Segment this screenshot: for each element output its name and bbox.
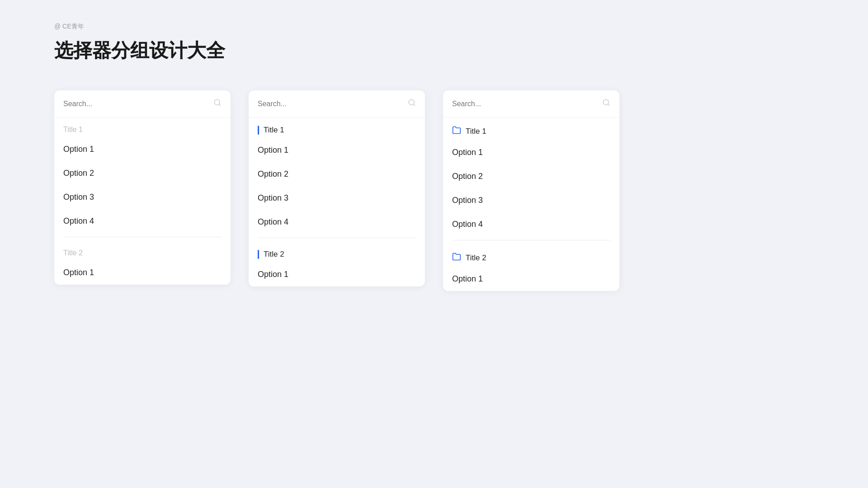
search-input-1[interactable]	[63, 100, 213, 108]
option-item-1-1-1[interactable]: Option 1	[54, 137, 231, 161]
option-item-3-2-1[interactable]: Option 1	[443, 267, 619, 291]
cards-row: Title 1Option 1Option 2Option 3Option 4T…	[54, 90, 814, 291]
group-title-2-1: Title 1	[249, 117, 425, 138]
group-title-1-2: Title 2	[54, 241, 231, 261]
option-item-2-2-1[interactable]: Option 1	[249, 263, 425, 286]
search-bar-2	[249, 90, 425, 117]
page-wrapper: @ CE青年 选择器分组设计大全 Title 1Option 1Option 2…	[0, 0, 868, 314]
option-item-1-2-1[interactable]: Option 1	[54, 261, 231, 285]
group-divider	[258, 238, 416, 238]
search-icon	[602, 99, 610, 109]
search-input-3[interactable]	[452, 100, 602, 108]
group-title-3-1: Title 1	[443, 117, 619, 141]
search-icon	[408, 99, 416, 109]
option-item-2-1-4[interactable]: Option 4	[249, 210, 425, 234]
group-title-2-2: Title 2	[249, 242, 425, 263]
group-divider	[452, 240, 610, 240]
svg-line-3	[413, 104, 415, 105]
group-title-3-2: Title 2	[443, 244, 619, 267]
search-bar-3	[443, 90, 619, 117]
group-title-1-1: Title 1	[54, 117, 231, 137]
folder-icon	[452, 252, 461, 263]
option-item-2-1-2[interactable]: Option 2	[249, 162, 425, 186]
search-bar-1	[54, 90, 231, 117]
option-item-2-1-3[interactable]: Option 3	[249, 186, 425, 210]
group-divider	[63, 237, 222, 237]
option-item-3-1-3[interactable]: Option 3	[443, 188, 619, 212]
svg-line-1	[219, 104, 220, 105]
page-title: 选择器分组设计大全	[54, 38, 814, 63]
svg-line-5	[608, 104, 609, 105]
search-icon	[213, 99, 222, 109]
option-item-1-1-2[interactable]: Option 2	[54, 161, 231, 185]
option-item-1-1-3[interactable]: Option 3	[54, 185, 231, 209]
folder-icon	[452, 126, 461, 137]
option-item-3-1-4[interactable]: Option 4	[443, 212, 619, 236]
option-item-3-1-1[interactable]: Option 1	[443, 141, 619, 164]
brand-label: @ CE青年	[54, 23, 814, 31]
option-item-2-1-1[interactable]: Option 1	[249, 138, 425, 162]
search-input-2[interactable]	[258, 100, 408, 108]
option-item-3-1-2[interactable]: Option 2	[443, 164, 619, 188]
card-2: Title 1Option 1Option 2Option 3Option 4T…	[249, 90, 425, 286]
card-3: Title 1Option 1Option 2Option 3Option 4T…	[443, 90, 619, 291]
card-1: Title 1Option 1Option 2Option 3Option 4T…	[54, 90, 231, 285]
option-item-1-1-4[interactable]: Option 4	[54, 209, 231, 233]
